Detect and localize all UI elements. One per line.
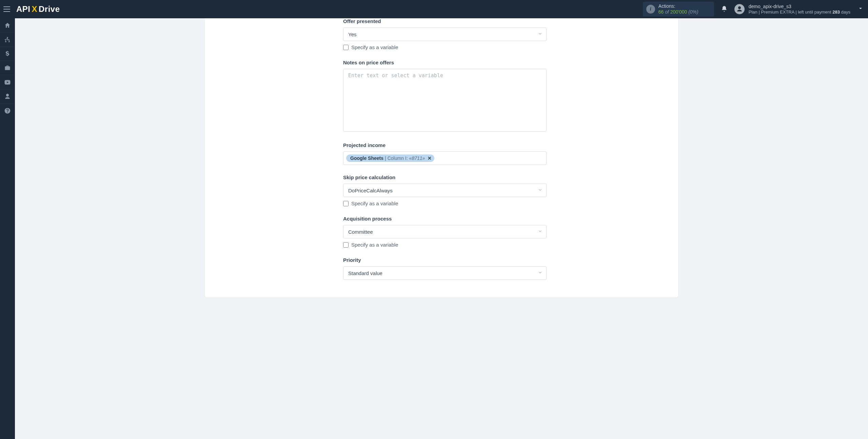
- select-priority[interactable]: Standard value: [343, 266, 547, 280]
- checkbox-label: Specify as a variable: [351, 44, 398, 50]
- help-icon: [4, 107, 11, 114]
- menu-toggle[interactable]: [3, 5, 12, 13]
- field-projected-income: Projected income Google Sheets | Column …: [343, 142, 547, 165]
- checkbox-label: Specify as a variable: [351, 242, 398, 248]
- token-sep: |: [385, 155, 386, 161]
- token-value: «8711»: [409, 155, 425, 161]
- logo-text-2: X: [31, 4, 38, 14]
- rail-briefcase[interactable]: [0, 61, 15, 75]
- checkbox-input[interactable]: [343, 242, 349, 248]
- textarea-notes[interactable]: [343, 69, 547, 132]
- account-name: demo_apix-drive_s3: [749, 4, 850, 9]
- top-header: APIXDrive i Actions: 66 of 200'000 (0%): [0, 0, 868, 18]
- field-offer-presented: Offer presented Yes Specify as a variabl…: [343, 18, 547, 50]
- token-column: Column I:: [388, 155, 408, 161]
- plan-name: Premium EXTRA: [761, 9, 794, 15]
- info-icon: i: [646, 5, 655, 14]
- select-offer-presented-value: Yes: [348, 32, 356, 37]
- field-acquisition: Acquisition process Committee Specify as…: [343, 216, 547, 248]
- checkbox-label: Specify as a variable: [351, 201, 398, 206]
- sitemap-icon: [4, 36, 11, 43]
- select-priority-value: Standard value: [348, 270, 382, 276]
- avatar-icon: [734, 4, 745, 14]
- rail-user[interactable]: [0, 89, 15, 104]
- logo-text-3: Drive: [39, 4, 60, 14]
- checkbox-acquisition-variable[interactable]: Specify as a variable: [343, 242, 547, 248]
- account-menu[interactable]: demo_apix-drive_s3 Plan | Premium EXTRA …: [734, 4, 863, 15]
- youtube-icon: [4, 79, 11, 86]
- token-projected-income[interactable]: Google Sheets | Column I: «8711» ✕: [346, 154, 434, 162]
- logo-text-1: API: [16, 4, 31, 14]
- rail-youtube[interactable]: [0, 75, 15, 89]
- actions-of: of: [665, 9, 669, 15]
- input-projected-income[interactable]: Google Sheets | Column I: «8711» ✕: [343, 151, 547, 165]
- main-canvas[interactable]: Offer presented Yes Specify as a variabl…: [15, 18, 868, 439]
- select-acquisition[interactable]: Committee: [343, 225, 547, 238]
- home-icon: [4, 22, 11, 29]
- actions-total: 200'000: [670, 9, 687, 15]
- select-skip-calc-value: DoPriceCalcAlways: [348, 188, 393, 193]
- field-notes: Notes on price offers: [343, 60, 547, 133]
- user-icon: [4, 93, 11, 100]
- field-priority: Priority Standard value: [343, 257, 547, 280]
- label-notes: Notes on price offers: [343, 60, 547, 65]
- label-acquisition: Acquisition process: [343, 216, 547, 222]
- settings-panel: Offer presented Yes Specify as a variabl…: [205, 18, 678, 297]
- rail-billing[interactable]: [0, 47, 15, 61]
- token-remove-icon[interactable]: ✕: [428, 155, 432, 161]
- rail-help[interactable]: [0, 104, 15, 118]
- actions-label: Actions:: [658, 3, 698, 9]
- actions-counter[interactable]: i Actions: 66 of 200'000 (0%): [643, 2, 714, 17]
- label-skip-calc: Skip price calculation: [343, 174, 547, 180]
- label-offer-presented: Offer presented: [343, 18, 547, 24]
- plan-prefix: Plan |: [749, 9, 760, 15]
- checkbox-skip-calc-variable[interactable]: Specify as a variable: [343, 201, 547, 206]
- select-skip-calc[interactable]: DoPriceCalcAlways: [343, 184, 547, 197]
- token-source: Google Sheets: [350, 155, 383, 161]
- rail-home[interactable]: [0, 18, 15, 33]
- checkbox-input[interactable]: [343, 45, 349, 50]
- briefcase-icon: [4, 65, 11, 71]
- label-projected-income: Projected income: [343, 142, 547, 148]
- label-priority: Priority: [343, 257, 547, 263]
- actions-count: 66: [658, 9, 664, 15]
- field-skip-calc: Skip price calculation DoPriceCalcAlways…: [343, 174, 547, 206]
- checkbox-offer-presented-variable[interactable]: Specify as a variable: [343, 44, 547, 50]
- notifications-icon[interactable]: [721, 5, 728, 13]
- logo[interactable]: APIXDrive: [16, 4, 60, 14]
- plan-days-word: days: [841, 9, 850, 15]
- actions-pct: (0%): [688, 9, 698, 15]
- checkbox-input[interactable]: [343, 201, 349, 206]
- dollar-icon: [4, 50, 11, 57]
- select-offer-presented[interactable]: Yes: [343, 27, 547, 41]
- left-rail: [0, 18, 15, 439]
- plan-days-num: 283: [832, 9, 840, 15]
- chevron-down-icon: [854, 6, 863, 12]
- plan-suffix: | left until payment: [795, 9, 831, 15]
- rail-connections[interactable]: [0, 33, 15, 47]
- select-acquisition-value: Committee: [348, 229, 373, 235]
